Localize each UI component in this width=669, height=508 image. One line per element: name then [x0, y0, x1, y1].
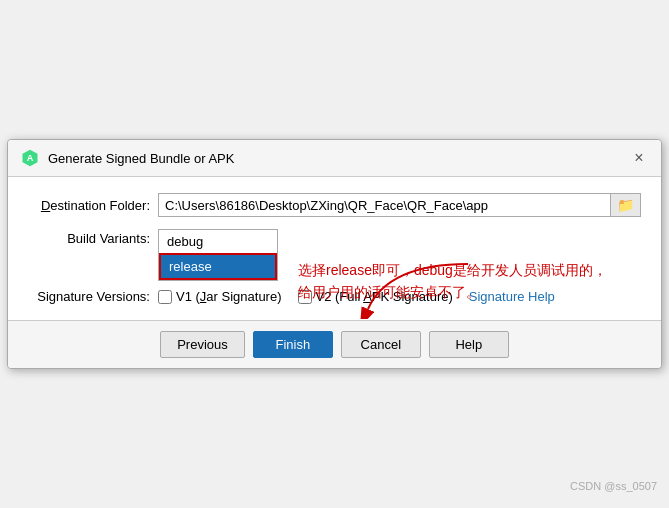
- generate-signed-dialog: A Generate Signed Bundle or APK × Destin…: [7, 139, 662, 369]
- destination-folder-label: Destination Folder:: [28, 198, 158, 213]
- dialog-title: Generate Signed Bundle or APK: [48, 151, 234, 166]
- build-variants-label: Build Variants:: [28, 229, 158, 281]
- variant-item-release[interactable]: release: [159, 253, 277, 280]
- signature-versions-label: Signature Versions:: [28, 289, 158, 304]
- help-button[interactable]: Help: [429, 331, 509, 358]
- cancel-button[interactable]: Cancel: [341, 331, 421, 358]
- variant-list: debug release: [158, 229, 278, 281]
- android-icon: A: [20, 148, 40, 168]
- build-variants-section: Build Variants: debug release: [28, 229, 641, 281]
- v1-checkbox[interactable]: [158, 290, 172, 304]
- previous-button[interactable]: Previous: [160, 331, 245, 358]
- destination-folder-row: Destination Folder: 📁: [28, 193, 641, 217]
- destination-input-wrap: 📁: [158, 193, 641, 217]
- v1-label: V1 (Jar Signature): [176, 289, 282, 304]
- title-bar: A Generate Signed Bundle or APK ×: [8, 140, 661, 177]
- close-button[interactable]: ×: [629, 148, 649, 168]
- watermark: CSDN @ss_0507: [570, 480, 657, 492]
- annotation-arrow: [358, 259, 478, 319]
- title-bar-left: A Generate Signed Bundle or APK: [20, 148, 234, 168]
- v1-checkbox-wrap[interactable]: V1 (Jar Signature): [158, 289, 282, 304]
- variant-item-debug[interactable]: debug: [159, 230, 277, 253]
- destination-folder-input[interactable]: [159, 195, 610, 216]
- browse-folder-button[interactable]: 📁: [610, 194, 640, 216]
- finish-button[interactable]: Finish: [253, 331, 333, 358]
- build-variants-content: debug release 选择release即可，debug是给: [158, 229, 641, 281]
- svg-text:A: A: [27, 153, 34, 163]
- dialog-footer: Previous Finish Cancel Help: [8, 320, 661, 368]
- annotation-area: 选择release即可，debug是给开发人员调试用的，给用户用的话可能安卓不了…: [298, 259, 618, 304]
- dialog-body: Destination Folder: 📁 Build Variants: de…: [8, 177, 661, 320]
